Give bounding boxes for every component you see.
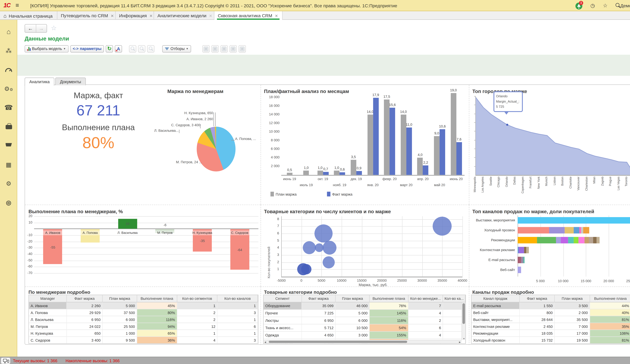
gridline xyxy=(281,233,462,234)
find-in-list-button[interactable] xyxy=(138,45,146,52)
tab-information[interactable]: Информация✕ xyxy=(116,11,154,20)
tab-documents[interactable]: Документы xyxy=(55,78,86,85)
sidebar-item-processes[interactable]: ⚙⚙ xyxy=(0,83,17,96)
cell: Рекомендации xyxy=(472,330,520,337)
user-name[interactable]: Демо xyxy=(620,3,630,8)
search-icon[interactable] xyxy=(614,3,621,9)
find-next-button[interactable] xyxy=(147,45,154,52)
sidebar-item-sales[interactable] xyxy=(0,121,17,134)
sidebar-item-crm[interactable]: ⁂ xyxy=(0,45,17,58)
x-tick: 30000 xyxy=(414,279,431,283)
status-bar: Текущие вызовы: 1 366 Накопленные вызовы… xyxy=(0,357,630,364)
categories-table[interactable]: СегментФакт маржаПлан маржаВыполнение пл… xyxy=(263,295,466,344)
tab-end-to-end-analytics[interactable]: Сквозная аналитика CRM✕ xyxy=(214,11,282,20)
export-button[interactable] xyxy=(230,45,237,52)
close-tab-icon[interactable]: ✕ xyxy=(275,14,278,18)
tab-analytics[interactable]: Аналитика xyxy=(24,78,54,86)
cancel-search-button[interactable]: А xyxy=(115,45,122,52)
sidebar-item-support[interactable]: ◎ xyxy=(0,196,17,209)
table-row[interactable]: Оборудование35 09946 00076%7 xyxy=(264,302,466,310)
column-header[interactable]: Кол-во менедже... xyxy=(408,295,443,302)
phone-panel-button[interactable] xyxy=(1,358,10,364)
channels-chart-cell[interactable]: Топ каналов продаж по марже, доли покупа… xyxy=(469,205,630,286)
table-row[interactable]: Прочее7 2255 000145%4 xyxy=(264,310,466,317)
tab-analytic-models[interactable]: Аналитические модели✕ xyxy=(154,11,214,20)
column-header[interactable]: Кол-во ка... xyxy=(443,295,466,302)
column-header[interactable]: Выполнение плана xyxy=(137,295,177,302)
monthly-bar-chart-cell[interactable]: План/фактный анализ по месяцам План марж… xyxy=(260,85,469,204)
clear-button[interactable] xyxy=(220,45,228,52)
sidebar-item-warehouse[interactable]: ▦ xyxy=(0,159,17,172)
cell: 106% xyxy=(590,330,630,337)
notifications-icon[interactable]: 3 xyxy=(576,3,582,9)
column-header[interactable]: План маржа xyxy=(555,295,590,302)
table-row[interactable]: Ткань и аксесс...5 71210 50054%6 xyxy=(264,324,466,332)
fact-value: 0,9 xyxy=(352,166,366,170)
column-header[interactable]: Канал продаж xyxy=(472,295,520,302)
phone-icon: ☎ xyxy=(4,104,13,111)
table-row[interactable]: Контекстная рекламе2 4507 00035%19 xyxy=(472,323,630,330)
city-label: Boston xyxy=(561,177,564,186)
column-header[interactable]: Кол-во сегментов xyxy=(177,295,218,302)
forward-button[interactable]: → xyxy=(36,24,46,32)
refresh-button[interactable]: ↻ xyxy=(106,45,113,52)
horizontal-scrollbar[interactable]: ◀▶ xyxy=(264,340,462,343)
hamburger-menu-icon[interactable]: ≡ xyxy=(16,2,19,9)
table-row[interactable]: Рекомендации18 03517 000106%21 xyxy=(472,330,630,337)
table-row[interactable]: Холодный прозвон15 73219 50081%40 xyxy=(472,337,630,344)
cell: 2 260 xyxy=(67,302,103,309)
sidebar-item-settings[interactable]: ⚙ xyxy=(0,178,17,190)
favorites-star-icon[interactable]: ☆ xyxy=(602,3,609,9)
table-row[interactable]: А. Попова29 92937 50080%23 xyxy=(29,309,258,316)
table-row[interactable]: А. Иванов2 2605 00045%11 xyxy=(29,302,258,309)
cell: 5 000 xyxy=(336,310,370,317)
column-header[interactable]: Manager xyxy=(29,295,67,302)
column-header[interactable]: Факт маржа xyxy=(520,295,555,302)
table-row[interactable]: Л. Васильева6 9506 000116%21 xyxy=(29,316,258,323)
add-favorite-star-icon[interactable]: ☆ xyxy=(51,24,57,32)
table-row[interactable]: Люстры6 9506 000116%2 xyxy=(264,317,466,324)
column-header[interactable]: Сегмент xyxy=(264,295,302,302)
table-row[interactable]: Веб-сайт8002 00040%13 xyxy=(472,309,630,316)
close-tab-icon[interactable]: ✕ xyxy=(209,14,212,18)
table-row[interactable]: Н. Кузнецова6501 00065%11 xyxy=(29,330,258,337)
back-button[interactable]: ← xyxy=(25,24,36,32)
channel-segment xyxy=(596,237,600,243)
table-row[interactable]: Одежда4 6503 000155%4 xyxy=(264,332,466,339)
filters-button[interactable]: Отборы▼ xyxy=(162,45,191,52)
history-icon[interactable]: ◷ xyxy=(589,3,596,9)
bubble-chart-cell[interactable]: Товарные категории по числу клиентов и п… xyxy=(260,205,469,286)
table-row[interactable]: С. Сидоров3 4009 50036%43 xyxy=(29,337,258,344)
column-header[interactable]: Выполнение плана xyxy=(590,295,630,302)
close-tab-icon[interactable]: ✕ xyxy=(150,14,153,18)
sidebar-item-telephony[interactable]: ☎ xyxy=(0,102,17,115)
column-header[interactable]: План маржа xyxy=(336,295,370,302)
print-button[interactable] xyxy=(238,45,246,52)
tab-home[interactable]: ⌂Начальная страница xyxy=(0,11,57,20)
managers-plan-chart-cell[interactable]: Выполнение плана по менеджерам, % 2010-1… xyxy=(25,205,260,286)
table-row[interactable]: Выставки, мероприят...28 64435 50081%7 xyxy=(472,316,630,323)
monthly-chart-title: План/фактный анализ по месяцам xyxy=(264,89,349,94)
settings-tool-button[interactable] xyxy=(202,45,210,52)
sidebar-item-dashboard[interactable] xyxy=(0,64,17,77)
column-header[interactable]: Кол-во каналов xyxy=(218,295,258,302)
parameters-button[interactable]: <-> параметры xyxy=(70,45,104,52)
select-model-button[interactable]: Выбрать модель▼ xyxy=(24,45,68,52)
column-header[interactable]: Выполнение плана xyxy=(370,295,408,302)
column-header[interactable]: План маржа xyxy=(103,295,137,302)
add-chart-button[interactable] xyxy=(211,45,218,52)
close-tab-icon[interactable]: ✕ xyxy=(111,14,114,18)
table-row[interactable]: E-mail рассылка1 5503 50044%43 xyxy=(472,302,630,309)
channels-table[interactable]: Канал продажФакт маржаПлан маржаВыполнен… xyxy=(471,295,630,344)
sidebar-item-home[interactable]: ⌂ xyxy=(0,26,17,39)
column-header[interactable]: Факт маржа xyxy=(302,295,336,302)
table-row[interactable]: М. Петров24 02225 50094%126 xyxy=(29,323,258,330)
tab-crm-guide[interactable]: Путеводитель по CRM✕ xyxy=(57,11,116,20)
find-button[interactable] xyxy=(129,45,136,52)
managers-table[interactable]: ManagerФакт маржаПлан маржаВыполнение пл… xyxy=(28,295,258,344)
cities-area-chart-cell[interactable]: Топ городов по марже MinneapolisLos Ange… xyxy=(469,85,630,204)
column-header[interactable]: Факт маржа xyxy=(67,295,103,302)
margin-pie-chart[interactable] xyxy=(197,127,236,172)
vertical-scrollbar[interactable]: ▲▼ xyxy=(462,302,466,340)
sidebar-item-purchases[interactable] xyxy=(0,140,17,153)
